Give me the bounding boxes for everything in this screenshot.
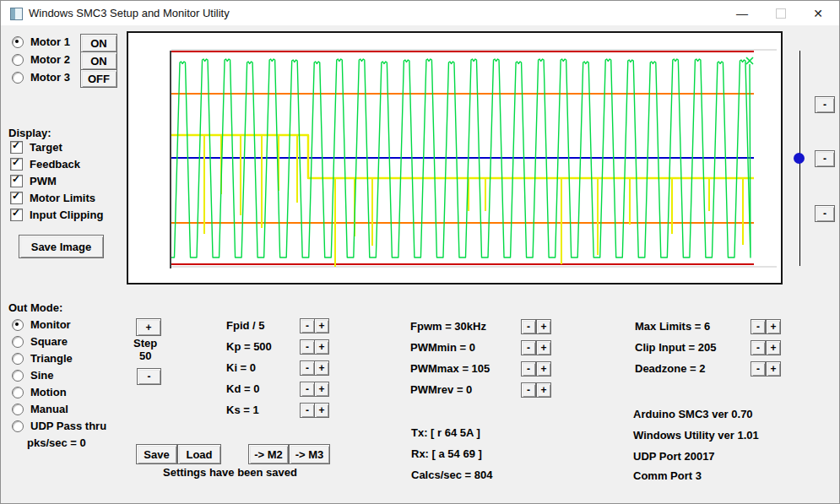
step-value: 50 bbox=[139, 350, 151, 362]
scale-middle-minus-button[interactable]: - bbox=[815, 150, 835, 167]
clip-input-minus-button[interactable]: - bbox=[751, 340, 766, 355]
checkbox-icon: ✓ bbox=[10, 192, 23, 204]
fpwm-minus-button[interactable]: - bbox=[521, 319, 536, 334]
comm-port: Comm Port 3 bbox=[633, 469, 702, 482]
ks-minus-button[interactable]: - bbox=[300, 403, 315, 418]
checkbox-icon: ✓ bbox=[10, 175, 23, 187]
kd-plus-button[interactable]: + bbox=[314, 382, 329, 397]
deadzone-minus-button[interactable]: - bbox=[751, 361, 766, 377]
kd-minus-button[interactable]: - bbox=[300, 382, 315, 397]
pwmmax-plus-button[interactable]: + bbox=[536, 361, 551, 377]
clip-input-label: Clip Input = 205 bbox=[635, 341, 716, 354]
motor-2-power-button[interactable]: ON bbox=[80, 51, 117, 70]
scale-lower-minus-button[interactable]: - bbox=[815, 205, 835, 222]
scale-slider-handle[interactable] bbox=[794, 153, 805, 164]
radio-icon bbox=[12, 319, 24, 331]
checkbox-target[interactable]: ✓ Target bbox=[10, 141, 62, 154]
radio-icon bbox=[12, 54, 24, 66]
out-mode-motion-label: Motion bbox=[30, 386, 67, 398]
kp-minus-button[interactable]: - bbox=[300, 339, 315, 355]
out-mode-motion[interactable]: Motion bbox=[12, 386, 67, 398]
pwmrev-minus-button[interactable]: - bbox=[521, 382, 536, 398]
checkbox-pwm-label: PWM bbox=[30, 175, 57, 187]
copy-to-m2-button[interactable]: -> M2 bbox=[248, 444, 289, 464]
save-button[interactable]: Save bbox=[136, 444, 177, 464]
pwmrev-plus-button[interactable]: + bbox=[536, 382, 551, 398]
out-mode-triangle[interactable]: Triangle bbox=[12, 352, 73, 365]
out-mode-sine[interactable]: Sine bbox=[12, 369, 53, 382]
step-label: Step bbox=[133, 337, 157, 350]
load-button[interactable]: Load bbox=[177, 444, 221, 464]
pwmmax-minus-button[interactable]: - bbox=[521, 361, 536, 377]
checkbox-motor-limits[interactable]: ✓ Motor Limits bbox=[10, 192, 95, 204]
deadzone-label: Deadzone = 2 bbox=[635, 362, 705, 375]
ks-label: Ks = 1 bbox=[226, 404, 259, 416]
clip-input-plus-button[interactable]: + bbox=[766, 340, 781, 355]
out-mode-udp[interactable]: UDP Pass thru bbox=[12, 420, 106, 432]
udp-port: UDP Port 20017 bbox=[633, 450, 715, 463]
kp-plus-button[interactable]: + bbox=[314, 339, 329, 355]
max-limits-minus-button[interactable]: - bbox=[751, 319, 766, 334]
step-minus-button[interactable]: - bbox=[137, 368, 161, 385]
step-plus-button[interactable]: + bbox=[136, 318, 161, 336]
radio-icon bbox=[12, 36, 24, 48]
scope-display bbox=[127, 31, 783, 285]
radio-icon bbox=[12, 387, 24, 398]
save-image-button[interactable]: Save Image bbox=[19, 235, 104, 258]
out-mode-square[interactable]: Square bbox=[12, 335, 68, 348]
app-icon bbox=[10, 8, 23, 20]
fpwm-plus-button[interactable]: + bbox=[536, 319, 551, 334]
motor-3-power-button[interactable]: OFF bbox=[80, 69, 117, 88]
motor-3-radio[interactable]: Motor 3 bbox=[12, 71, 70, 84]
calcs-per-sec: Calcs/sec = 804 bbox=[411, 469, 493, 481]
out-mode-heading: Out Mode: bbox=[8, 301, 62, 314]
pwmmax-label: PWMmax = 105 bbox=[410, 362, 490, 375]
radio-icon bbox=[12, 370, 24, 382]
motor-3-label: Motor 3 bbox=[30, 71, 70, 84]
title-bar: Windows SMC3 Setup and Monitor Utility —… bbox=[1, 1, 839, 25]
close-button[interactable]: ✕ bbox=[804, 1, 832, 26]
scale-upper-minus-button[interactable]: - bbox=[815, 96, 835, 113]
checkbox-input-clipping-label: Input Clipping bbox=[30, 209, 103, 221]
rx-status: Rx: [ a 54 69 ] bbox=[411, 447, 482, 460]
ki-plus-button[interactable]: + bbox=[314, 360, 329, 376]
out-mode-manual[interactable]: Manual bbox=[12, 403, 68, 415]
minimize-icon: — bbox=[736, 7, 748, 20]
maximize-button[interactable] bbox=[767, 1, 795, 26]
motor-2-radio[interactable]: Motor 2 bbox=[12, 53, 70, 66]
out-mode-manual-label: Manual bbox=[30, 403, 68, 415]
radio-icon bbox=[12, 404, 24, 415]
checkbox-pwm[interactable]: ✓ PWM bbox=[10, 175, 57, 187]
display-heading: Display: bbox=[8, 127, 51, 139]
motor-2-label: Motor 2 bbox=[30, 53, 70, 66]
out-mode-monitor[interactable]: Monitor bbox=[12, 318, 71, 331]
deadzone-plus-button[interactable]: + bbox=[766, 361, 781, 377]
pks-per-sec-label: pks/sec = 0 bbox=[27, 436, 86, 449]
checkbox-input-clipping[interactable]: ✓ Input Clipping bbox=[10, 209, 103, 221]
checkbox-icon: ✓ bbox=[10, 209, 23, 221]
tx-status: Tx: [ r 64 5A ] bbox=[411, 426, 480, 439]
minimize-button[interactable]: — bbox=[728, 1, 756, 26]
settings-status-text: Settings have been saved bbox=[163, 466, 297, 479]
ki-label: Ki = 0 bbox=[226, 361, 256, 374]
max-limits-plus-button[interactable]: + bbox=[766, 319, 781, 334]
checkbox-icon: ✓ bbox=[10, 158, 23, 171]
kp-label: Kp = 500 bbox=[226, 340, 272, 353]
motor-1-power-button[interactable]: ON bbox=[80, 34, 117, 52]
radio-icon bbox=[12, 420, 24, 432]
checkbox-feedback-label: Feedback bbox=[30, 158, 80, 171]
radio-icon bbox=[12, 353, 24, 365]
pwmmin-minus-button[interactable]: - bbox=[521, 340, 536, 355]
checkbox-feedback[interactable]: ✓ Feedback bbox=[10, 158, 80, 171]
pwmmin-label: PWMmin = 0 bbox=[410, 341, 475, 354]
motor-1-radio[interactable]: Motor 1 bbox=[12, 35, 70, 48]
ks-plus-button[interactable]: + bbox=[314, 403, 329, 418]
ki-minus-button[interactable]: - bbox=[300, 360, 315, 376]
maximize-icon bbox=[776, 8, 786, 19]
pwmmin-plus-button[interactable]: + bbox=[536, 340, 551, 355]
scope-plot bbox=[128, 33, 781, 283]
fpid-plus-button[interactable]: + bbox=[314, 318, 329, 333]
fpid-minus-button[interactable]: - bbox=[300, 318, 315, 333]
copy-to-m3-button[interactable]: -> M3 bbox=[289, 444, 330, 464]
checkbox-icon: ✓ bbox=[10, 141, 23, 154]
